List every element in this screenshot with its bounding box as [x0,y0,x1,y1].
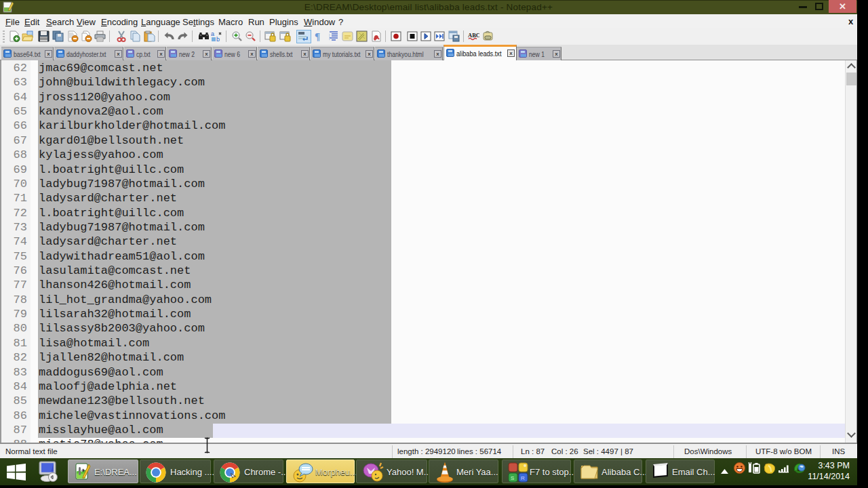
svg-text:ABC: ABC [468,32,479,39]
svg-text:b: b [216,36,220,42]
svg-text:S: S [511,475,514,481]
svg-text:¶: ¶ [315,31,320,42]
svg-text:R: R [521,475,525,481]
svg-text:a: a [211,30,214,37]
